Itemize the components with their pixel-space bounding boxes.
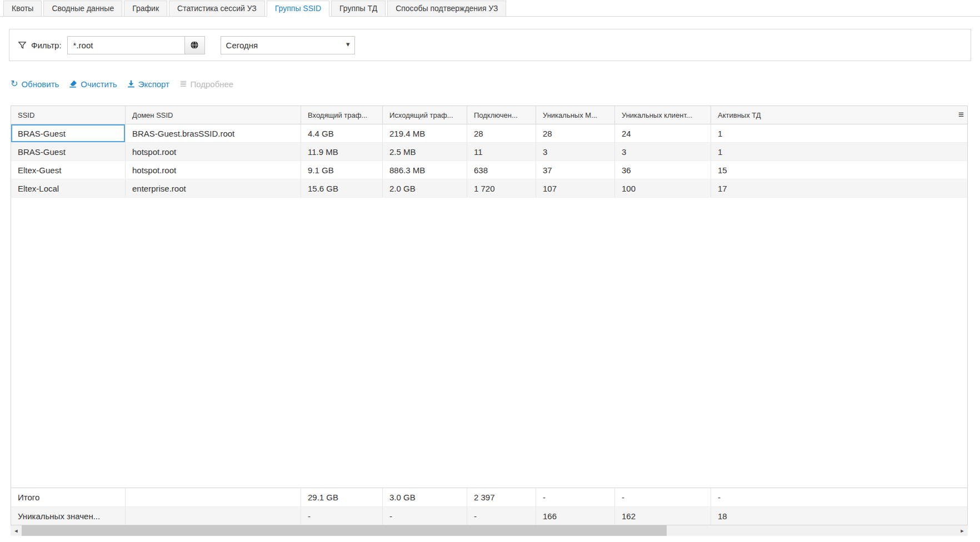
summary-cell: - [301, 507, 383, 525]
column-header-ssid[interactable]: SSID [11, 106, 126, 124]
period-select[interactable]: Сегодня [221, 36, 355, 54]
tab-grafik[interactable]: График [124, 1, 167, 17]
table-cell[interactable]: 1 720 [467, 179, 536, 197]
grid-empty-area [11, 198, 967, 488]
filter-panel: Фильтр: Сегодня ▾ [9, 29, 971, 61]
grid-header: SSID Домен SSID Входящий траф... Исходящ… [11, 106, 967, 124]
table-row[interactable]: BRAS-Guest hotspot.root 11.9 MB 2.5 MB 1… [11, 143, 967, 161]
filter-input[interactable] [67, 36, 185, 54]
summary-cell: - [615, 488, 711, 506]
table-cell[interactable]: 36 [615, 161, 711, 179]
ssid-groups-grid: SSID Домен SSID Входящий траф... Исходящ… [11, 106, 968, 525]
table-cell[interactable]: 4.4 GB [301, 124, 383, 142]
summary-row-unique: Уникальных значен... - - - 166 162 18 [11, 506, 967, 525]
table-row[interactable]: Eltex-Guest hotspot.root 9.1 GB 886.3 MB… [11, 161, 967, 179]
export-label: Экспорт [138, 79, 169, 89]
summary-cell [126, 507, 301, 525]
table-cell[interactable]: BRAS-Guest.brasSSID.root [126, 124, 301, 142]
table-cell[interactable]: 638 [467, 161, 536, 179]
table-cell[interactable]: 219.4 MB [383, 124, 467, 142]
tab-kvoty[interactable]: Квоты [3, 1, 42, 17]
table-cell[interactable]: 3 [536, 143, 615, 160]
filter-label: Фильтр: [31, 41, 62, 50]
column-header-outbound-traffic[interactable]: Исходящий траф... [383, 106, 467, 124]
summary-label: Итого [11, 488, 126, 506]
table-cell[interactable]: 15 [711, 161, 967, 179]
tab-gruppy-td[interactable]: Группы ТД [331, 1, 386, 17]
table-cell[interactable]: 24 [615, 124, 711, 142]
table-row[interactable]: BRAS-Guest BRAS-Guest.brasSSID.root 4.4 … [11, 124, 967, 143]
details-button[interactable]: ≣ Подробнее [179, 79, 233, 89]
table-cell[interactable]: 11.9 MB [301, 143, 383, 160]
column-header-unique-mac[interactable]: Уникальных М... [536, 106, 615, 124]
clear-button[interactable]: Очистить [69, 79, 117, 89]
column-header-active-ap[interactable]: Активных ТД [711, 106, 967, 124]
table-cell[interactable]: Eltex-Local [11, 179, 126, 197]
table-cell[interactable]: 100 [615, 179, 711, 197]
scroll-left-button[interactable]: ◄ [11, 525, 22, 536]
summary-cell: 3.0 GB [383, 488, 467, 506]
summary-cell: 2 397 [467, 488, 536, 506]
refresh-label: Обновить [21, 79, 59, 89]
column-header-domain[interactable]: Домен SSID [126, 106, 301, 124]
table-cell[interactable]: 2.5 MB [383, 143, 467, 160]
refresh-button[interactable]: ↻ Обновить [11, 79, 59, 89]
tab-bar: Квоты Сводные данные График Статистика с… [0, 0, 980, 17]
table-cell[interactable]: BRAS-Guest [11, 143, 126, 160]
tab-sposoby-podtverzhdeniya[interactable]: Способы подтверждения УЗ [387, 1, 506, 17]
table-cell[interactable]: 28 [467, 124, 536, 142]
table-cell[interactable]: hotspot.root [126, 161, 301, 179]
grid-body: BRAS-Guest BRAS-Guest.brasSSID.root 4.4 … [11, 124, 967, 488]
tab-svodnye-dannye[interactable]: Сводные данные [43, 1, 122, 17]
download-icon [127, 80, 135, 88]
summary-cell: 18 [711, 507, 967, 525]
table-cell[interactable]: 37 [536, 161, 615, 179]
table-cell[interactable]: 886.3 MB [383, 161, 467, 179]
summary-cell: - [383, 507, 467, 525]
summary-cell: 29.1 GB [301, 488, 383, 506]
grid-summary: Итого 29.1 GB 3.0 GB 2 397 - - - Уникаль… [11, 488, 967, 525]
table-cell[interactable]: 11 [467, 143, 536, 160]
details-label: Подробнее [190, 79, 233, 89]
summary-cell: - [467, 507, 536, 525]
clear-label: Очистить [81, 79, 117, 89]
column-header-unique-clients[interactable]: Уникальных клиент... [615, 106, 711, 124]
table-cell[interactable]: hotspot.root [126, 143, 301, 160]
table-cell[interactable]: 2.0 GB [383, 179, 467, 197]
table-cell[interactable]: 9.1 GB [301, 161, 383, 179]
summary-cell [126, 488, 301, 506]
table-cell[interactable]: enterprise.root [126, 179, 301, 197]
scroll-right-button[interactable]: ► [957, 525, 968, 536]
tab-gruppy-ssid[interactable]: Группы SSID [267, 1, 329, 17]
table-cell-selected[interactable]: BRAS-Guest [11, 124, 126, 142]
summary-label: Уникальных значен... [11, 507, 126, 525]
summary-cell: 162 [615, 507, 711, 525]
summary-row-total: Итого 29.1 GB 3.0 GB 2 397 - - - [11, 488, 967, 506]
table-cell[interactable]: 17 [711, 179, 967, 197]
summary-cell: 166 [536, 507, 615, 525]
globe-button[interactable] [184, 36, 205, 54]
refresh-icon: ↻ [11, 79, 18, 88]
column-header-inbound-traffic[interactable]: Входящий траф... [301, 106, 383, 124]
funnel-icon [18, 42, 26, 49]
globe-icon [190, 41, 199, 49]
table-cell[interactable]: 1 [711, 124, 967, 142]
grid-toolbar: ↻ Обновить Очистить Экспорт ≣ Подробнее [11, 78, 971, 90]
table-row[interactable]: Eltex-Local enterprise.root 15.6 GB 2.0 … [11, 179, 967, 198]
table-cell[interactable]: 107 [536, 179, 615, 197]
horizontal-scrollbar: ◄ ► [11, 525, 968, 536]
list-icon: ≣ [179, 79, 187, 88]
export-button[interactable]: Экспорт [127, 79, 169, 89]
table-cell[interactable]: Eltex-Guest [11, 161, 126, 179]
column-header-connected[interactable]: Подключен... [467, 106, 536, 124]
summary-cell: - [711, 488, 967, 506]
tab-statistika-sessiy[interactable]: Статистика сессий УЗ [169, 1, 265, 17]
table-cell[interactable]: 1 [711, 143, 967, 160]
scrollbar-thumb[interactable] [22, 525, 667, 536]
table-cell[interactable]: 3 [615, 143, 711, 160]
table-cell[interactable]: 28 [536, 124, 615, 142]
table-cell[interactable]: 15.6 GB [301, 179, 383, 197]
eraser-icon [69, 80, 77, 88]
scrollbar-track[interactable] [22, 525, 957, 536]
menu-icon[interactable]: ≡ [958, 109, 964, 121]
